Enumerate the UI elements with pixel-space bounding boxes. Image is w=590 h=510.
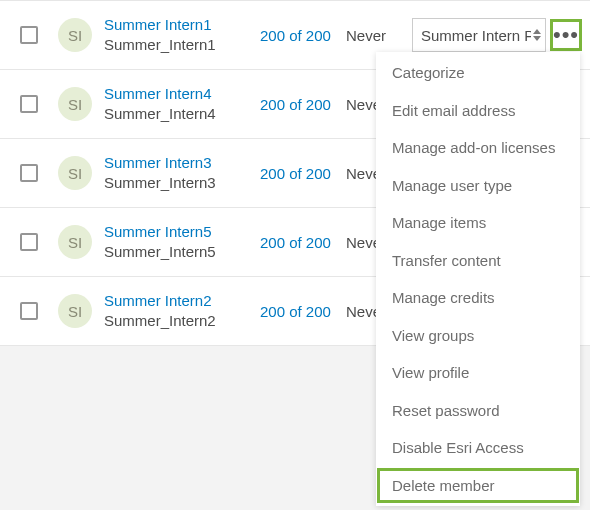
member-display-name[interactable]: Summer Intern2 <box>104 291 254 311</box>
member-username: Summer_Intern5 <box>104 242 254 262</box>
menu-item[interactable]: Reset password <box>376 392 580 430</box>
menu-item[interactable]: Categorize <box>376 54 580 92</box>
menu-item[interactable]: Edit email address <box>376 92 580 130</box>
member-name-cell: Summer Intern3 Summer_Intern3 <box>104 153 254 194</box>
member-username: Summer_Intern1 <box>104 35 254 55</box>
member-display-name[interactable]: Summer Intern3 <box>104 153 254 173</box>
member-name-cell: Summer Intern2 Summer_Intern2 <box>104 291 254 332</box>
member-display-name[interactable]: Summer Intern5 <box>104 222 254 242</box>
row-checkbox[interactable] <box>20 26 38 44</box>
menu-item[interactable]: View profile <box>376 354 580 392</box>
avatar: SI <box>58 18 92 52</box>
credits-link[interactable]: 200 of 200 <box>260 96 340 113</box>
member-name-cell: Summer Intern1 Summer_Intern1 <box>104 15 254 56</box>
member-name-cell: Summer Intern5 Summer_Intern5 <box>104 222 254 263</box>
last-login: Never <box>346 27 406 44</box>
row-checkbox[interactable] <box>20 233 38 251</box>
menu-item[interactable]: Manage add-on licenses <box>376 129 580 167</box>
menu-item[interactable]: Transfer content <box>376 242 580 280</box>
credits-link[interactable]: 200 of 200 <box>260 303 340 320</box>
more-options-button[interactable]: ••• <box>552 21 580 49</box>
member-display-name[interactable]: Summer Intern4 <box>104 84 254 104</box>
row-checkbox[interactable] <box>20 164 38 182</box>
member-username: Summer_Intern3 <box>104 173 254 193</box>
role-select[interactable]: Summer Intern Pu <box>412 18 546 52</box>
credits-link[interactable]: 200 of 200 <box>260 27 340 44</box>
member-display-name[interactable]: Summer Intern1 <box>104 15 254 35</box>
member-actions-dropdown: CategorizeEdit email addressManage add-o… <box>376 52 580 506</box>
avatar: SI <box>58 225 92 259</box>
menu-item[interactable]: Manage credits <box>376 279 580 317</box>
member-username: Summer_Intern4 <box>104 104 254 124</box>
member-username: Summer_Intern2 <box>104 311 254 331</box>
menu-item[interactable]: Delete member <box>376 467 580 505</box>
role-select-value: Summer Intern Pu <box>413 27 531 44</box>
credits-link[interactable]: 200 of 200 <box>260 234 340 251</box>
menu-item[interactable]: Manage user type <box>376 167 580 205</box>
avatar: SI <box>58 156 92 190</box>
menu-item[interactable]: View groups <box>376 317 580 355</box>
select-arrows-icon <box>531 29 545 41</box>
menu-item[interactable]: Manage items <box>376 204 580 242</box>
avatar: SI <box>58 294 92 328</box>
credits-link[interactable]: 200 of 200 <box>260 165 340 182</box>
ellipsis-icon: ••• <box>553 22 579 48</box>
member-name-cell: Summer Intern4 Summer_Intern4 <box>104 84 254 125</box>
avatar: SI <box>58 87 92 121</box>
menu-item[interactable]: Disable Esri Access <box>376 429 580 467</box>
row-checkbox[interactable] <box>20 95 38 113</box>
row-checkbox[interactable] <box>20 302 38 320</box>
